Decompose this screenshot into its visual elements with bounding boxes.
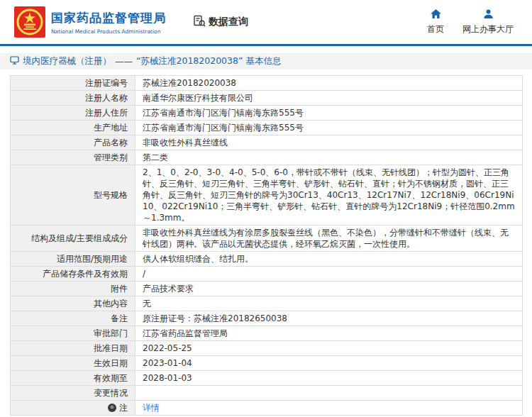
- site-brand[interactable]: 国家药品监督管理局 National Medical Products Admi…: [14, 6, 166, 38]
- data-query-label: 数据查询: [209, 16, 248, 28]
- table-row: 结构及组成/主要组成成分非吸收性外科真丝缝线为有涂层多股裂蚕丝线（黑色、不染色）…: [11, 226, 523, 252]
- breadcrumb-separator: ——: [115, 56, 133, 67]
- nav-home-label: 首页: [427, 23, 444, 35]
- table-row: 产品名称非吸收性外科真丝缝线: [11, 135, 523, 150]
- detail-link[interactable]: 详情: [143, 403, 160, 413]
- table-row: 审批部门江苏省药品监督管理局: [11, 326, 523, 341]
- row-value: 2022-05-25: [135, 341, 523, 356]
- agency-name-cn: 国家药品监督管理局: [51, 10, 166, 26]
- table-row: 批准日期2022-05-25: [11, 341, 523, 356]
- row-label: 管理类别: [11, 150, 135, 165]
- data-query-icon: [193, 15, 206, 30]
- row-value: 2、1、0、2-0、3-0、4-0、5-0、6-0，带针或不带针（线束、无针线团…: [135, 165, 523, 226]
- registration-info-table-wrap: 注册证编号苏械注准20182020038注册人名称南通华尔康医疗科技有限公司注册…: [10, 75, 523, 416]
- table-row: 产品储存条件及有效期/: [11, 267, 523, 282]
- agency-name-en: National Medical Products Administration: [51, 28, 166, 35]
- row-label: 注册证编号: [11, 76, 135, 91]
- table-row: 适用范围/预期用途供人体软组织缝合、结扎用。: [11, 252, 523, 267]
- table-row: 注详情: [11, 401, 523, 416]
- national-emblem-logo: [14, 6, 45, 38]
- row-label: 审批部门: [11, 326, 135, 341]
- row-value: 详情: [135, 401, 523, 416]
- row-value: 2023-01-04: [135, 356, 523, 371]
- row-value: /: [135, 267, 523, 282]
- table-row: 变更情况: [11, 386, 523, 401]
- table-row: 生产地址江苏省南通市海门区海门镇南海东路555号: [11, 121, 523, 135]
- row-label: 注册人名称: [11, 91, 135, 106]
- home-icon: [431, 9, 441, 21]
- table-row: 附件产品技术要求: [11, 282, 523, 296]
- row-value: 苏械注准20182020038: [135, 76, 523, 91]
- row-label: 结构及组成/主要组成成分: [11, 226, 135, 252]
- table-row: 生效日期2023-01-04: [11, 356, 523, 371]
- row-label: 生效日期: [11, 356, 135, 371]
- info-table-body: 注册证编号苏械注准20182020038注册人名称南通华尔康医疗科技有限公司注册…: [11, 76, 523, 416]
- header-nav: 首页 网上办事大厅: [427, 9, 514, 35]
- row-label: 产品储存条件及有效期: [11, 267, 135, 282]
- header-divider: [0, 44, 532, 46]
- row-value: 第二类: [135, 150, 523, 165]
- nav-item-home[interactable]: 首页: [427, 9, 444, 35]
- breadcrumb: 境内医疗器械（注册） —— “苏械注准20182020038” 基本信息: [0, 53, 532, 70]
- nav-item-service-hall[interactable]: 网上办事大厅: [462, 9, 514, 35]
- person-icon: [483, 9, 494, 21]
- row-label: 变更情况: [11, 386, 135, 401]
- agency-name-block: 国家药品监督管理局 National Medical Products Admi…: [51, 10, 166, 35]
- table-row: 型号规格2、1、0、2-0、3-0、4-0、5-0、6-0，带针或不带针（线束、…: [11, 165, 523, 226]
- row-value: 江苏省南通市海门区海门镇南海东路555号: [135, 106, 523, 121]
- row-value: 南通华尔康医疗科技有限公司: [135, 91, 523, 106]
- row-label: 适用范围/预期用途: [11, 252, 135, 267]
- row-label: 其他内容: [11, 296, 135, 311]
- row-label: 附件: [11, 282, 135, 296]
- table-row: 注册人住所江苏省南通市海门区海门镇南海东路555号: [11, 106, 523, 121]
- row-value: 无: [135, 296, 523, 311]
- table-row: 管理类别第二类: [11, 150, 523, 165]
- breadcrumb-section[interactable]: 境内医疗器械（注册）: [23, 55, 111, 67]
- row-value: 江苏省药品监督管理局: [135, 326, 523, 341]
- nav-hall-label: 网上办事大厅: [462, 23, 514, 35]
- row-label: 有效期至: [11, 371, 135, 386]
- row-value: 原注册证号：苏械注准20182650038: [135, 311, 523, 326]
- row-label: 批准日期: [11, 341, 135, 356]
- row-value: 非吸收性外科真丝缝线: [135, 135, 523, 150]
- row-value: 非吸收性外科真丝缝线为有涂层多股裂蚕丝线（黑色、不染色），分带缝针和不带缝针（线…: [135, 226, 523, 252]
- row-value: 产品技术要求: [135, 282, 523, 296]
- table-row: 其他内容无: [11, 296, 523, 311]
- device-registry-icon: [10, 56, 19, 67]
- row-value: 江苏省南通市海门区海门镇南海东路555号: [135, 121, 523, 135]
- table-row: 有效期至2028-01-03: [11, 371, 523, 386]
- row-label: 注: [11, 401, 135, 416]
- row-value: [135, 386, 523, 401]
- row-label: 型号规格: [11, 165, 135, 226]
- site-header: 国家药品监督管理局 National Medical Products Admi…: [0, 0, 532, 44]
- page-title: “苏械注准20182020038” 基本信息: [136, 55, 281, 67]
- row-value: 供人体软组织缝合、结扎用。: [135, 252, 523, 267]
- note-icon: [108, 404, 116, 412]
- table-row: 备注原注册证号：苏械注准20182650038: [11, 311, 523, 326]
- nav-data-query[interactable]: 数据查询: [193, 15, 248, 30]
- registration-info-table: 注册证编号苏械注准20182020038注册人名称南通华尔康医疗科技有限公司注册…: [10, 75, 523, 416]
- row-label: 生产地址: [11, 121, 135, 135]
- table-row: 注册证编号苏械注准20182020038: [11, 76, 523, 91]
- row-value: 2028-01-03: [135, 371, 523, 386]
- row-label: 产品名称: [11, 135, 135, 150]
- table-row: 注册人名称南通华尔康医疗科技有限公司: [11, 91, 523, 106]
- row-label: 注册人住所: [11, 106, 135, 121]
- row-label: 备注: [11, 311, 135, 326]
